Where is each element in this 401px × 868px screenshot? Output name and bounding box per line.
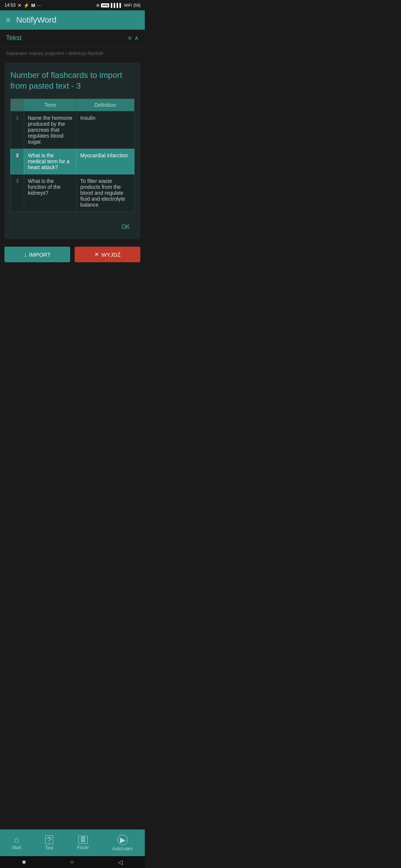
section-icons: ≡ ∧ <box>128 34 139 42</box>
wifi-icon: WiFi <box>124 3 132 7</box>
table-row: 3What is the function of the kidneys?To … <box>11 174 134 212</box>
col-nr <box>11 99 24 111</box>
bottom-buttons-row: ↓ IMPORT ✕ WYJDŹ <box>0 244 145 265</box>
chevron-up-icon[interactable]: ∧ <box>134 34 139 42</box>
dots-icon: ··· <box>37 3 41 8</box>
row-term: What is the function of the kidneys? <box>24 174 76 212</box>
dialog-title: Number of flashcards to import from past… <box>10 70 134 91</box>
status-right: ⊛ VPN ▌▌▌▌ WiFi [59] <box>96 3 140 8</box>
status-bar: 14:53 ✕ ⚡ M ··· ⊛ VPN ▌▌▌▌ WiFi [59] <box>0 0 145 10</box>
battery-indicator: [59] <box>134 3 140 7</box>
m-icon: M <box>31 3 35 8</box>
table-row: 2What is the medical term for a heart at… <box>11 149 134 174</box>
row-nr: 3 <box>11 174 24 212</box>
exit-icon: ✕ <box>94 251 99 258</box>
exit-label: WYJDŹ <box>101 251 121 258</box>
row-term: Name the hormone produced by the pancrea… <box>24 111 76 149</box>
app-bar: ≡ NotifyWord <box>0 10 145 30</box>
twitter-icon: ✕ <box>17 3 22 8</box>
app-title: NotifyWord <box>16 15 56 25</box>
tekst-section-header: Tekst ≡ ∧ <box>0 30 145 47</box>
import-label: IMPORT <box>29 251 50 258</box>
menu-icon[interactable]: ≡ <box>6 16 10 24</box>
dialog-actions: OK <box>10 218 134 233</box>
content-area: Tekst ≡ ∧ Separator między pojęciem i de… <box>0 30 145 265</box>
row-nr: 2 <box>11 149 24 174</box>
table-row: 1Name the hormone produced by the pancre… <box>11 111 134 149</box>
list-icon[interactable]: ≡ <box>128 35 131 42</box>
row-definition: Myocardial infarction <box>76 149 134 174</box>
dialog-card: Number of flashcards to import from past… <box>4 63 140 239</box>
flashcard-table: Term Definition 1Name the hormone produc… <box>10 99 134 212</box>
signal-icon: ▌▌▌▌ <box>111 3 122 7</box>
exit-button[interactable]: ✕ WYJDŹ <box>75 247 140 262</box>
row-definition: To filter waste products from the blood … <box>76 174 134 212</box>
section-title: Tekst <box>6 34 22 42</box>
row-nr: 1 <box>11 111 24 149</box>
import-icon: ↓ <box>24 251 27 258</box>
bluetooth-icon: ⊛ <box>96 3 100 8</box>
table-header-row: Term Definition <box>11 99 134 111</box>
col-term: Term <box>24 99 76 111</box>
time: 14:53 <box>4 3 16 8</box>
row-definition: Insulin <box>76 111 134 149</box>
col-definition: Definition <box>76 99 134 111</box>
import-button[interactable]: ↓ IMPORT <box>4 247 70 262</box>
ok-button[interactable]: OK <box>117 221 134 233</box>
separator-hint: Separator między pojęciem i definicją My… <box>0 47 145 60</box>
bolt-icon: ⚡ <box>23 3 29 8</box>
row-term: What is the medical term for a heart att… <box>24 149 76 174</box>
vpn-badge: VPN <box>101 3 109 7</box>
status-left: 14:53 ✕ ⚡ M ··· <box>4 3 41 8</box>
